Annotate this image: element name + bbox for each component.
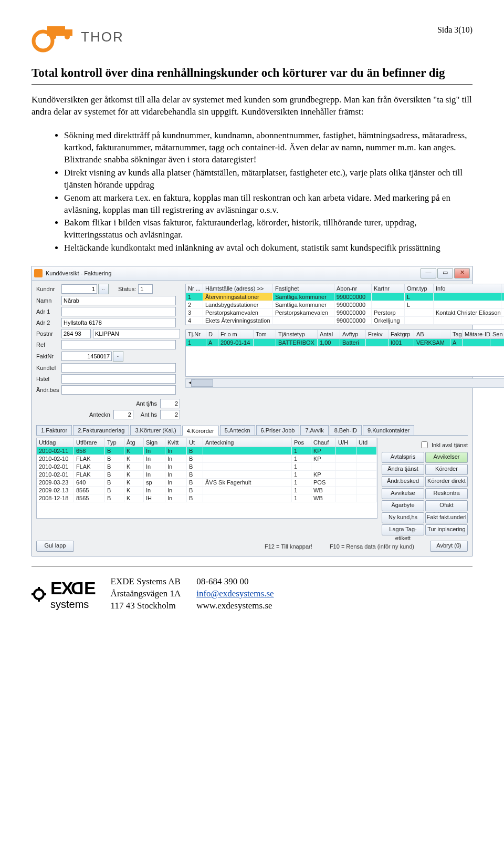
anths-input[interactable] xyxy=(160,410,180,419)
avbryt-button[interactable]: Avbryt (0) xyxy=(430,541,468,552)
column-header[interactable]: Kvitt xyxy=(165,438,187,447)
column-header[interactable]: Antal xyxy=(318,330,340,338)
column-header[interactable]: Chauf xyxy=(311,438,336,447)
tab[interactable]: 5.Anteckn xyxy=(220,425,255,435)
column-header[interactable]: Anteckning xyxy=(203,438,292,447)
table-row[interactable]: 3PerstorpskarnevalenPerstorpskarnevalen9… xyxy=(186,309,504,317)
faktnr-input[interactable] xyxy=(61,352,112,361)
postort-input[interactable] xyxy=(93,329,180,338)
column-header[interactable]: Typ xyxy=(105,438,124,447)
column-header[interactable]: Frekv xyxy=(366,330,388,338)
column-header[interactable]: Pos xyxy=(292,438,311,447)
kundtel-input[interactable] xyxy=(61,363,176,373)
hamtställe-grid[interactable]: Nr ...Hämtställe (adress) >>FastighetAbo… xyxy=(185,284,504,325)
horizontal-scrollbar[interactable]: ◄ ► xyxy=(185,378,504,388)
column-header[interactable]: D xyxy=(206,330,218,338)
status-input[interactable] xyxy=(138,284,153,294)
kororder-grid[interactable]: UtfdagUtförareTypÅtgSignKvittUtAntecknin… xyxy=(36,438,377,519)
tur-inplacering-button[interactable]: Tur inplacering xyxy=(425,524,468,535)
tab[interactable]: 7.Avvik xyxy=(300,425,328,435)
column-header[interactable]: Info xyxy=(434,284,501,293)
ny-kund-hs-button[interactable]: Ny kund,hs xyxy=(382,512,424,523)
column-header[interactable]: Sign xyxy=(144,438,165,447)
column-header[interactable]: Tjänstetyp xyxy=(276,330,318,338)
table-row[interactable]: 4Ekets Återvinningsstation990000000Örkel… xyxy=(186,317,504,325)
namn-label: Namn xyxy=(36,297,61,304)
hstel-input[interactable] xyxy=(61,374,176,384)
tab[interactable]: 4.Körorder xyxy=(182,426,219,436)
tab[interactable]: 9.Kundkontakter xyxy=(363,425,414,435)
column-header[interactable]: Mätare-ID >> xyxy=(463,330,490,338)
postnr-input[interactable] xyxy=(61,329,91,338)
lagra-tag-button[interactable]: Lagra Tag-etikett xyxy=(382,524,424,535)
table-row[interactable]: 2010-02-01FLAKBKInInB1KP xyxy=(37,471,377,479)
table-row[interactable]: 2010-02-11658BKInInB1KP xyxy=(37,447,377,455)
table-row[interactable]: 2008-12-188565BKIHInB1WB xyxy=(37,494,377,502)
table-row[interactable]: 2009-03-23640BKspInBÅVS Sk Fagerhult1POS xyxy=(37,479,377,487)
kundnr-input[interactable] xyxy=(61,284,97,294)
table-row[interactable]: 2010-02-10FLAKBKInInB1KP xyxy=(37,455,377,463)
table-row[interactable]: 1A2009-01-14BATTERIBOX1,00BatteriI001VER… xyxy=(186,339,504,347)
intro-paragraph: Kundöversikten ger åtkomst till alla del… xyxy=(32,94,472,118)
maximize-button[interactable]: ▭ xyxy=(437,268,453,278)
ofakt-underl-button[interactable]: Ofakt fakt.underl xyxy=(425,500,468,511)
column-header[interactable]: Nr ... xyxy=(186,284,203,293)
column-header[interactable]: Åtg xyxy=(124,438,144,447)
tab[interactable]: 8.Beh-ID xyxy=(330,425,362,435)
column-header[interactable]: Abon-nr xyxy=(334,284,372,293)
tab[interactable]: 2.Fakturaunderlag xyxy=(73,425,129,435)
column-header[interactable]: U/H xyxy=(336,438,356,447)
körorder-button[interactable]: Körorder xyxy=(425,464,468,475)
anteckn-input[interactable] xyxy=(113,410,133,419)
column-header[interactable]: Omr.typ xyxy=(405,284,434,293)
scroll-thumb[interactable] xyxy=(191,379,213,387)
column-header[interactable]: Sen besök xyxy=(490,330,504,338)
column-header[interactable]: Kartnr xyxy=(372,284,405,293)
fakt-underl-button[interactable]: Fakt fakt.underl xyxy=(425,512,468,523)
tab[interactable]: 6.Priser Jobb xyxy=(256,425,300,435)
kundnr-lookup-button[interactable]: .. xyxy=(98,284,109,294)
column-header[interactable]: Tj.Nr xyxy=(186,330,206,338)
column-header[interactable]: Tag >> xyxy=(450,330,463,338)
ändra-tjänst-button[interactable]: Ändra tjänst xyxy=(382,464,424,475)
email-link[interactable]: info@exdesystems.se xyxy=(196,588,274,598)
column-header[interactable]: Utförare xyxy=(74,438,105,447)
close-button[interactable]: ✕ xyxy=(454,268,470,278)
table-row[interactable]: 2LandsbygdsstationerSamtliga kommuner990… xyxy=(186,301,504,309)
column-header[interactable]: Ut xyxy=(187,438,203,447)
column-header[interactable]: Utfdag xyxy=(37,438,74,447)
minimize-button[interactable]: — xyxy=(421,268,436,278)
column-header[interactable]: Tom xyxy=(254,330,276,338)
namn-input[interactable] xyxy=(61,296,176,305)
column-header[interactable]: Avftyp xyxy=(340,330,366,338)
table-row[interactable]: 2010-02-01FLAKBKInInB1 xyxy=(37,463,377,471)
svg-rect-1 xyxy=(41,30,45,33)
faktnr-lookup-button[interactable]: .. xyxy=(113,351,123,362)
ref-input[interactable] xyxy=(61,340,176,349)
adr1-input[interactable] xyxy=(61,307,176,316)
inkl-avsl-checkbox[interactable] xyxy=(421,441,428,448)
körorder-direkt-button[interactable]: Körorder direkt xyxy=(425,476,468,487)
column-header[interactable]: Hämtställe (adress) >> xyxy=(203,284,273,293)
tab[interactable]: 3.Körturer (Kal.) xyxy=(130,425,181,435)
column-header[interactable]: AB xyxy=(414,330,450,338)
avtalspris-button[interactable]: Avtalspris xyxy=(382,452,424,463)
column-header[interactable]: Fr o m xyxy=(218,330,254,338)
table-row[interactable]: 1ÅtervinningsstationerSamtliga kommuner9… xyxy=(186,293,504,301)
tjänst-grid[interactable]: Tj.NrDFr o mTomTjänstetypAntalAvftypFrek… xyxy=(185,329,504,377)
titlebar[interactable]: Kundöversikt - Faktuering — ▭ ✕ xyxy=(32,266,472,281)
column-header[interactable]: Utd xyxy=(356,438,377,447)
tab[interactable]: 1.Fakturor xyxy=(36,425,72,435)
table-row[interactable]: 2009-02-138565BKInInB1WB xyxy=(37,487,377,494)
column-header[interactable]: Faktgrp xyxy=(388,330,414,338)
ändr-besked-button[interactable]: Ändr.besked xyxy=(382,476,424,487)
gul-lapp-button[interactable]: Gul lapp xyxy=(36,541,74,552)
reskontra-button[interactable]: Reskontra xyxy=(425,488,468,499)
avvikelser-button[interactable]: Avvikelser xyxy=(425,452,468,463)
anttj-input[interactable] xyxy=(160,399,180,408)
avvikelse-button[interactable]: Avvikelse xyxy=(382,488,424,499)
andrbes-input[interactable] xyxy=(61,385,176,395)
adr2-input[interactable] xyxy=(61,318,176,327)
column-header[interactable]: Fastighet xyxy=(273,284,334,293)
ägarbyte-button[interactable]: Ägarbyte xyxy=(382,500,424,511)
